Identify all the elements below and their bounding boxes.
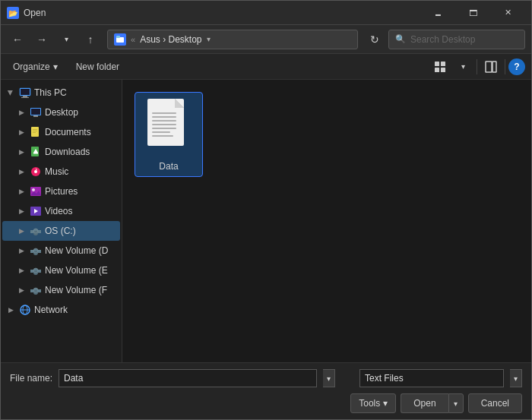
svg-rect-17 (33, 115, 38, 117)
forward-button[interactable]: → (31, 29, 52, 50)
tools-label: Tools (359, 398, 380, 409)
open-dropdown-button[interactable]: ▾ (448, 393, 464, 413)
filetype-dropdown-button[interactable]: ▾ (510, 369, 522, 387)
file-area: Data (122, 80, 531, 362)
svg-rect-3 (116, 37, 124, 43)
network-icon (19, 304, 31, 316)
new-vol-d-label: New Volume (D (45, 245, 108, 256)
svg-point-26 (34, 170, 37, 173)
svg-rect-12 (23, 96, 27, 97)
address-icon (114, 33, 126, 46)
videos-icon (30, 205, 42, 217)
preview-pane-button[interactable] (480, 56, 502, 77)
sidebar: ▶ This PC ▶ (1, 80, 122, 362)
tools-button[interactable]: Tools ▾ (350, 393, 396, 413)
sidebar-item-new-volume-d[interactable]: ▶ New Volume (D (2, 241, 120, 261)
new-vol-e-icon (30, 264, 42, 276)
svg-rect-9 (486, 62, 492, 72)
new-vol-f-icon (30, 284, 42, 296)
desktop-expand-icon: ▶ (16, 107, 27, 118)
address-bar[interactable]: « Asus › Desktop ▾ (107, 30, 358, 49)
os-c-label: OS (C:) (45, 226, 76, 236)
bottom-bar: File name: ▾ Text Files ▾ Tools ▾ Open ▾… (1, 362, 531, 419)
search-box[interactable]: 🔍 Search Desktop (388, 30, 525, 49)
sidebar-item-documents[interactable]: ▶ Documents (2, 122, 120, 142)
svg-rect-60 (152, 135, 173, 137)
close-button[interactable]: ✕ (490, 1, 525, 25)
svg-rect-16 (31, 109, 40, 115)
new-vol-f-label: New Volume (F (45, 285, 107, 295)
svg-rect-20 (33, 131, 37, 131)
svg-rect-4 (116, 36, 120, 38)
sidebar-item-new-volume-f[interactable]: ▶ New Volume (F (2, 280, 120, 300)
svg-text:📂: 📂 (8, 8, 18, 18)
sidebar-item-network[interactable]: ▶ Network (2, 300, 120, 320)
maximize-button[interactable]: 🗖 (455, 1, 490, 25)
button-row: Tools ▾ Open ▾ Cancel (10, 393, 522, 413)
window-title: Open (24, 8, 420, 18)
downloads-expand-icon: ▶ (16, 147, 27, 157)
desktop-icon (30, 106, 42, 118)
svg-point-28 (32, 188, 35, 191)
open-button-group: Open ▾ (401, 393, 463, 413)
videos-expand-icon: ▶ (16, 206, 27, 216)
open-button[interactable]: Open (401, 393, 448, 413)
music-label: Music (45, 166, 68, 177)
main-content: ▶ This PC ▶ (1, 80, 531, 362)
sidebar-item-downloads[interactable]: ▶ Downloads (2, 142, 120, 162)
os-c-expand-icon: ▶ (16, 226, 27, 236)
pictures-expand-icon: ▶ (16, 186, 27, 197)
music-expand-icon: ▶ (16, 166, 27, 177)
svg-rect-24 (33, 153, 38, 154)
music-icon (30, 166, 42, 178)
svg-rect-5 (435, 62, 439, 66)
network-expand-icon: ▶ (5, 305, 16, 315)
downloads-icon (30, 146, 42, 158)
new-folder-button[interactable]: New folder (70, 59, 125, 74)
sidebar-item-music[interactable]: ▶ Music (2, 162, 120, 182)
downloads-label: Downloads (45, 147, 90, 157)
cancel-button[interactable]: Cancel (468, 393, 522, 413)
address-dropdown-arrow[interactable]: ▾ (207, 35, 211, 43)
help-button[interactable]: ? (508, 58, 525, 75)
view-dropdown-button[interactable]: ▾ (452, 56, 473, 77)
sidebar-item-new-volume-e[interactable]: ▶ New Volume (E (2, 261, 120, 280)
filename-input[interactable] (59, 369, 317, 387)
documents-label: Documents (45, 127, 91, 137)
this-pc-expand-icon: ▶ (5, 87, 16, 98)
refresh-button[interactable]: ↻ (364, 29, 385, 50)
view-controls: ▾ ? (429, 56, 525, 77)
filename-dropdown-button[interactable]: ▾ (323, 369, 335, 387)
organize-arrow-icon: ▾ (53, 62, 58, 72)
sidebar-item-pictures[interactable]: ▶ Pictures (2, 182, 120, 201)
dropdown-button[interactable]: ▾ (55, 29, 77, 50)
svg-rect-18 (31, 127, 39, 137)
minimize-button[interactable]: 🗕 (420, 1, 455, 25)
up-button[interactable]: ↑ (80, 29, 101, 50)
address-separator: « (131, 35, 135, 44)
svg-rect-6 (441, 62, 445, 66)
search-icon: 🔍 (395, 34, 406, 44)
svg-rect-58 (152, 128, 176, 129)
documents-expand-icon: ▶ (16, 127, 27, 137)
back-button[interactable]: ← (7, 29, 28, 50)
new-vol-e-expand-icon: ▶ (16, 265, 27, 276)
svg-rect-55 (152, 116, 176, 118)
window-controls: 🗕 🗖 ✕ (420, 1, 525, 25)
pictures-label: Pictures (45, 186, 78, 197)
navigation-toolbar: ← → ▾ ↑ « Asus › Desktop ▾ ↻ 🔍 Search De… (1, 25, 531, 54)
svg-rect-54 (152, 112, 176, 114)
sidebar-item-this-pc[interactable]: ▶ This PC (2, 83, 120, 103)
organize-button[interactable]: Organize ▾ (7, 59, 64, 74)
view-layout-button[interactable] (429, 56, 451, 77)
new-vol-d-icon (30, 245, 42, 257)
svg-rect-59 (152, 131, 170, 133)
sidebar-item-desktop[interactable]: ▶ Desktop (2, 103, 120, 122)
file-data[interactable]: Data (135, 92, 203, 177)
sidebar-item-videos[interactable]: ▶ Videos (2, 201, 120, 221)
sidebar-item-os-c[interactable]: ▶ OS (C:) (2, 221, 120, 241)
filetype-select[interactable]: Text Files (359, 369, 504, 387)
svg-rect-7 (435, 68, 439, 72)
title-bar: 📂 Open 🗕 🗖 ✕ (1, 1, 531, 25)
data-file-icon (144, 97, 193, 158)
